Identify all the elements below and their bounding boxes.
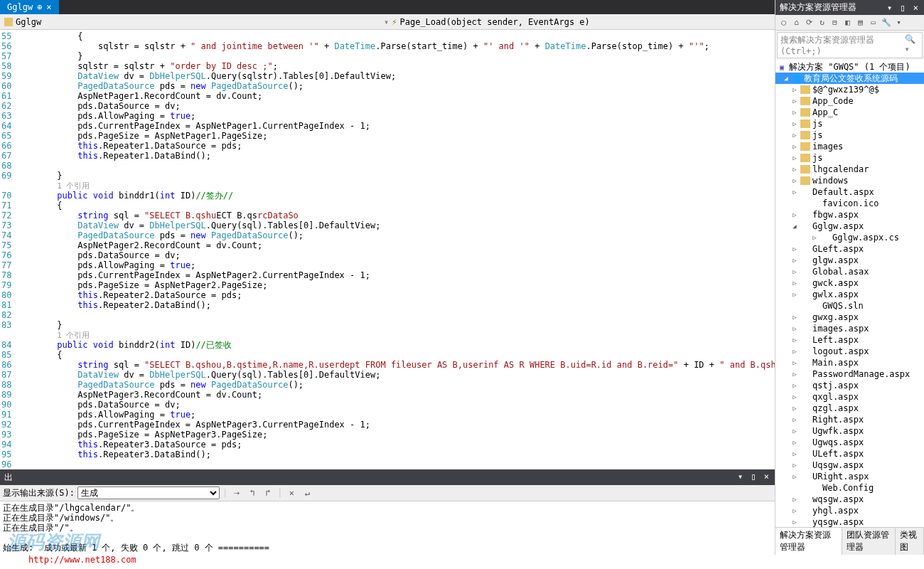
wrap-icon[interactable]: ↵ — [301, 486, 313, 499]
expand-icon[interactable]: ▷ — [791, 211, 798, 218]
expand-icon[interactable]: ▷ — [791, 519, 798, 526]
expand-icon[interactable]: ▷ — [791, 427, 798, 435]
expand-icon[interactable]: ▷ — [811, 234, 818, 241]
tree-item[interactable]: favicon.ico — [775, 198, 924, 209]
tree-item[interactable]: ▷ULeft.aspx — [775, 448, 924, 459]
tree-item[interactable]: ▷wqsgw.aspx — [775, 494, 924, 505]
expand-icon[interactable]: ▷ — [791, 382, 798, 389]
solution-search[interactable]: 搜索解决方案资源管理器(Ctrl+;) 🔍▾ — [777, 32, 923, 58]
tree-item[interactable]: ◢Gglgw.aspx — [775, 220, 924, 232]
tab-solution-explorer[interactable]: 解决方案资源管理器 — [775, 528, 842, 555]
prev-icon[interactable]: ↰ — [246, 486, 259, 499]
tree-item[interactable]: ▷gwlx.aspx — [775, 289, 924, 300]
tree-item[interactable]: ▷gwck.aspx — [775, 277, 924, 289]
tree-item[interactable]: ▷logout.aspx — [775, 346, 924, 357]
tree-item[interactable]: GWQS.sln — [775, 300, 924, 312]
expand-icon[interactable]: ▷ — [791, 473, 798, 480]
expand-icon[interactable]: ▷ — [791, 291, 798, 298]
tree-item[interactable]: ▷Uqsgw.aspx — [775, 459, 924, 471]
expand-icon[interactable]: ▷ — [791, 405, 798, 412]
clear-icon[interactable]: ✕ — [285, 486, 298, 499]
expand-icon[interactable]: ▷ — [791, 325, 798, 332]
solution-tree[interactable]: ▣ 解决方案 "GWQS" (1 个项目) ◢ 🌐 教育局公文签收系统源码 ▷$… — [775, 60, 924, 527]
tree-item[interactable]: ▷Ugwfk.aspx — [775, 425, 924, 437]
home-icon[interactable]: ⌂ — [791, 17, 802, 28]
expand-icon[interactable]: ▷ — [791, 177, 798, 184]
output-source-dropdown[interactable]: 生成 — [77, 486, 220, 499]
expand-icon[interactable]: ▷ — [791, 257, 798, 264]
panel-title-bar[interactable]: 解决方案资源管理器 ▾ ▯ × — [775, 0, 924, 15]
wrench-icon[interactable]: 🔧 — [881, 17, 891, 28]
tab-class-view[interactable]: 类视图 — [896, 528, 924, 555]
tree-item[interactable]: ▷glgw.aspx — [775, 255, 924, 266]
next-icon[interactable]: ↱ — [262, 486, 274, 499]
tree-item[interactable]: ▷lhgcalendar — [775, 164, 924, 175]
close-icon[interactable]: × — [46, 2, 51, 12]
expand-icon[interactable]: ▷ — [791, 393, 798, 400]
project-node[interactable]: ◢ 🌐 教育局公文签收系统源码 — [775, 73, 924, 84]
tree-item[interactable]: ▷Left.aspx — [775, 334, 924, 346]
expand-icon[interactable]: ▷ — [791, 314, 798, 321]
tree-item[interactable]: ▷fbgw.aspx — [775, 209, 924, 220]
more-icon[interactable]: ▾ — [893, 17, 904, 28]
tab-team-explorer[interactable]: 团队资源管理器 — [842, 528, 896, 555]
show-all-icon[interactable]: ◧ — [842, 17, 853, 28]
tree-item[interactable]: ▷images — [775, 141, 924, 152]
tree-item[interactable]: ▷yhgl.aspx — [775, 505, 924, 516]
expand-icon[interactable]: ▷ — [791, 280, 798, 287]
tree-item[interactable]: ▷Default.aspx — [775, 186, 924, 198]
solution-root[interactable]: ▣ 解决方案 "GWQS" (1 个项目) — [775, 61, 924, 73]
find-icon[interactable]: ⇢ — [230, 486, 243, 499]
expand-icon[interactable]: ▷ — [791, 97, 798, 105]
expand-icon[interactable]: ▷ — [791, 154, 798, 161]
tree-item[interactable]: ▷Main.aspx — [775, 357, 924, 368]
expand-icon[interactable]: ▷ — [791, 245, 798, 252]
expand-icon[interactable]: ▷ — [791, 109, 798, 116]
tree-item[interactable]: ▷PasswordManage.aspx — [775, 368, 924, 380]
properties-icon[interactable]: ▤ — [855, 17, 866, 28]
tree-item[interactable]: Web.Config — [775, 482, 924, 494]
expand-icon[interactable]: ▷ — [791, 507, 798, 514]
expand-icon[interactable]: ◢ — [791, 223, 798, 230]
collapse-icon[interactable]: ⊟ — [829, 17, 840, 28]
expand-icon[interactable]: ▷ — [791, 359, 798, 366]
tree-item[interactable]: ▷GLeft.aspx — [775, 243, 924, 255]
tree-item[interactable]: ▷Global.asax — [775, 266, 924, 277]
tree-item[interactable]: ▷App_Code — [775, 95, 924, 107]
tree-item[interactable]: ▷Gglgw.aspx.cs — [775, 232, 924, 243]
class-scope-dropdown[interactable]: Gglgw — [0, 17, 384, 27]
window-controls[interactable]: ▾ ▯ × — [887, 3, 920, 13]
expand-icon[interactable]: ▷ — [791, 496, 798, 503]
tree-item[interactable]: ▷js — [775, 129, 924, 141]
tree-item[interactable]: ▷App_C — [775, 107, 924, 118]
tree-item[interactable]: ▷Ugwqs.aspx — [775, 437, 924, 448]
expand-icon[interactable]: ▷ — [791, 336, 798, 344]
back-icon[interactable]: ◯ — [778, 17, 789, 28]
tab-gglgw[interactable]: Gglgw ⊕ × — [0, 0, 59, 14]
expand-icon[interactable]: ▷ — [791, 143, 798, 150]
tree-item[interactable]: ▷js — [775, 118, 924, 129]
tree-item[interactable]: ▷$@^gwxz139^@$ — [775, 84, 924, 95]
expand-icon[interactable]: ▷ — [791, 268, 798, 275]
tree-item[interactable]: ▷qzgl.aspx — [775, 403, 924, 414]
pin-icon[interactable]: ⊕ — [37, 2, 42, 12]
window-controls[interactable]: ▾ ▯ × — [738, 472, 770, 484]
tree-item[interactable]: ▷qxgl.aspx — [775, 391, 924, 403]
tree-item[interactable]: ▷yqsgw.aspx — [775, 516, 924, 527]
expand-icon[interactable]: ▷ — [791, 348, 798, 355]
tree-item[interactable]: ▷windows — [775, 175, 924, 186]
sync-icon[interactable]: ⟳ — [804, 17, 815, 28]
tree-item[interactable]: ▷images.aspx — [775, 323, 924, 334]
output-title-bar[interactable]: 出 ▾ ▯ × — [0, 470, 775, 485]
tree-item[interactable]: ▷URight.aspx — [775, 471, 924, 482]
expand-icon[interactable]: ▷ — [791, 416, 798, 423]
tree-item[interactable]: ▷js — [775, 152, 924, 164]
expand-icon[interactable]: ▷ — [791, 439, 798, 446]
search-icon[interactable]: 🔍▾ — [905, 34, 919, 56]
expand-icon[interactable]: ▷ — [791, 166, 798, 173]
expand-icon[interactable]: ▷ — [791, 371, 798, 378]
expand-icon[interactable]: ▷ — [791, 450, 798, 457]
expand-icon[interactable]: ▷ — [791, 120, 798, 127]
tree-item[interactable]: ▷qstj.aspx — [775, 380, 924, 391]
preview-icon[interactable]: ▭ — [868, 17, 879, 28]
